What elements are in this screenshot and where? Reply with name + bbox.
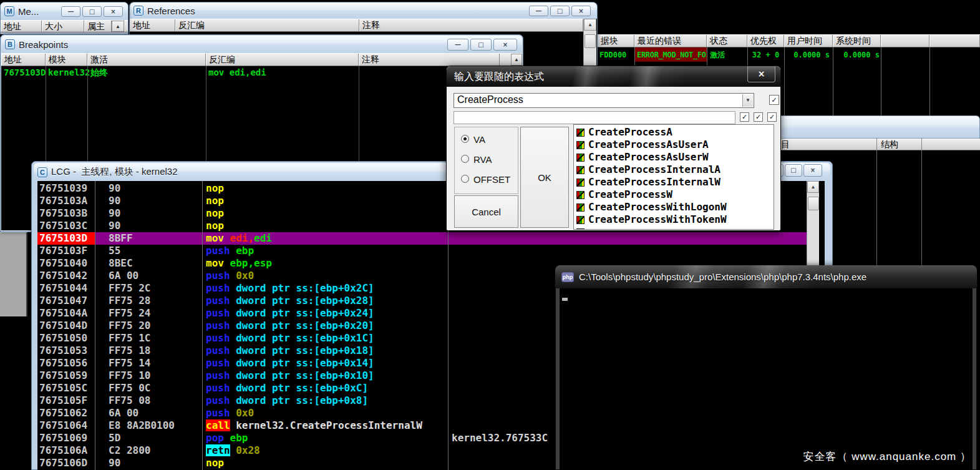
library-symbol-icon [576,166,585,174]
column-header-usertime[interactable]: 用户时间 [784,35,833,47]
column-header-disassembly[interactable]: 反汇编 [206,54,359,66]
secondary-field[interactable] [454,111,735,124]
disasm-instruction: mov ebp,esp [206,257,272,270]
memory-window-icon: M [4,6,14,16]
disassembler-window-icon: C [37,167,47,177]
symbol-list-item[interactable]: CreateProcessA [574,126,774,139]
maximize-button[interactable]: □ [785,164,802,177]
symbol-list-item[interactable]: CreateProcessAsUserW [574,151,774,164]
disasm-bytes: 8BEC [109,257,133,270]
column-header-comment[interactable]: 注释 [359,19,583,31]
minimize-button[interactable]: — [447,39,468,51]
scroll-up-button[interactable]: ▲ [584,19,596,31]
references-window-titlebar[interactable]: R References — □ × [130,2,597,19]
breakpoints-window-titlebar[interactable]: B Breakpoints — □ × [1,36,522,53]
disasm-row[interactable]: 7675103D8BFFmov edi,edi [37,232,807,245]
console-output[interactable] [560,288,973,470]
symbol-name: CreateProcessInternalW [588,176,720,188]
scrollbar-thumb[interactable] [808,197,819,210]
column-header-module[interactable]: 模块 [46,54,87,66]
disasm-bytes: 55 [109,245,120,257]
radio-offset-label[interactable]: OFFSET [473,174,510,185]
cancel-button[interactable]: Cancel [454,195,518,228]
disasm-address: 76751064 [37,419,95,432]
chevron-down-icon[interactable]: ▼ [742,94,753,107]
column-header-partial[interactable]: 目 [781,139,790,150]
grid-line [921,139,922,150]
disasm-address: 7675105F [37,394,95,407]
column-header-address[interactable]: 地址 [1,54,46,66]
symbol-list-item[interactable]: CreateProcessInternalW [574,176,774,188]
symbol-list[interactable]: CreateProcessACreateProcessAsUserACreate… [573,124,774,230]
scroll-up-button[interactable]: ▲ [807,181,819,193]
symbol-list-item[interactable]: CreateProcessWithLogonW [574,201,774,213]
option-checkbox[interactable]: ✓ [769,95,779,105]
disasm-address: 76751059 [37,370,95,382]
radio-rva[interactable] [461,155,469,163]
column-header-owner[interactable]: 属主 [84,21,112,32]
close-button[interactable]: × [803,164,822,177]
close-button[interactable]: × [104,6,123,17]
disasm-instruction: push dword ptr ss:[ebp+0xC] [206,382,368,394]
php-icon: php [561,272,574,282]
maximize-button[interactable]: □ [82,6,102,17]
dialog-title: 输入要跟随的表达式 [454,71,544,84]
disasm-instruction: push dword ptr ss:[ebp+0x14] [206,357,374,370]
close-button[interactable]: × [493,39,517,51]
column-header-priority[interactable]: 优先权 [747,35,784,47]
column-header-address[interactable]: 地址 [130,19,175,31]
radio-va-label[interactable]: VA [473,134,485,145]
grid-line [881,47,881,115]
disasm-instruction: push dword ptr ss:[ebp+0x20] [206,320,374,332]
column-header-active[interactable]: 激活 [87,54,206,66]
column-header-size[interactable]: 大小 [42,21,84,32]
library-symbol-icon [576,129,585,137]
breakpoint-address[interactable]: 7675103D [4,67,46,77]
disasm-address: 76751069 [37,432,95,444]
console-window-titlebar[interactable]: php C:\Tools\phpstudy\phpstudy_pro\Exten… [555,265,977,288]
option-checkbox[interactable]: ✓ [754,112,763,122]
column-header-systime[interactable]: 系统时间 [833,35,881,47]
close-button[interactable]: × [571,6,591,16]
maximize-button[interactable]: □ [470,39,492,51]
dialog-titlebar[interactable]: 输入要跟随的表达式 [447,66,780,87]
minimize-button[interactable]: — [61,6,80,17]
close-button[interactable]: × [747,66,775,82]
symbol-name: CreateProcessW [588,188,672,201]
column-header-address[interactable]: 地址 [1,21,42,32]
symbol-list-item[interactable] [574,226,774,230]
desktop: 据块 最近的错误 状态 优先权 用户时间 系统时间 FDD000 ERROR_M… [0,0,980,470]
symbol-list-item[interactable]: CreateProcessWithTokenW [574,213,774,226]
symbol-list-item[interactable]: CreateProcessAsUserA [574,139,774,151]
scroll-up-button[interactable]: ▲ [112,21,124,32]
option-checkbox[interactable]: ✓ [767,112,777,122]
symbol-list-item[interactable]: CreateProcessInternalA [574,164,774,176]
column-header-disassembly[interactable]: 反汇编 [175,19,359,31]
disasm-bytes: 6A 00 [109,270,138,282]
disasm-address: 76751050 [37,332,95,345]
option-checkbox[interactable]: ✓ [740,112,749,122]
minimize-button[interactable]: — [529,6,548,16]
radio-va[interactable] [461,135,469,143]
ok-button[interactable]: OK [520,127,569,228]
memory-window-titlebar[interactable]: M Me... — □ × [1,2,128,20]
symbol-name: CreateProcessWithLogonW [588,201,727,213]
maximize-button[interactable]: □ [550,6,570,16]
expression-combobox[interactable]: CreateProcess ▼ [454,93,754,108]
disasm-bytes: 90 [109,182,120,195]
scrollbar-thumb[interactable] [585,34,596,48]
column-header-structure[interactable]: 结构 [881,139,898,150]
column-header-datablock[interactable]: 据块 [598,35,634,47]
scroll-up-button[interactable]: ▲ [511,54,522,66]
column-header-comment[interactable]: 注释 [359,54,500,66]
column-header-status[interactable]: 状态 [707,35,747,47]
disasm-bytes: FF75 0C [109,382,150,394]
radio-offset[interactable] [461,175,469,183]
disasm-address: 76751062 [37,407,95,419]
symbol-list-item[interactable]: CreateProcessW [574,188,774,201]
disasm-instruction: mov edi,edi [206,232,272,245]
column-header-lasterror[interactable]: 最近的错误 [634,35,707,47]
grid-line [876,139,877,150]
radio-rva-label[interactable]: RVA [473,154,492,165]
disasm-row[interactable]: 7675103F55push ebp [37,245,807,257]
